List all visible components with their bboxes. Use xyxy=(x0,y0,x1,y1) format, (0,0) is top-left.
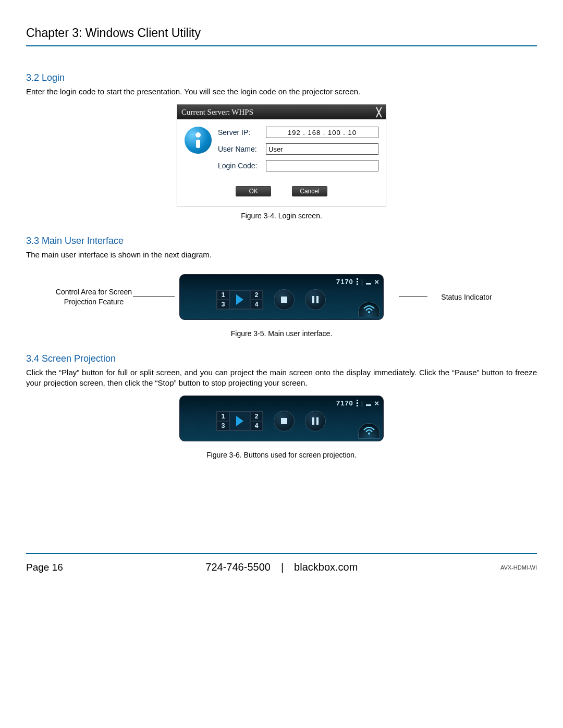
login-dialog-title: Current Server: WHPS xyxy=(181,108,253,117)
status-area: 7170 | × xyxy=(336,399,379,408)
close-icon[interactable]: × xyxy=(374,399,379,408)
svg-point-0 xyxy=(368,311,370,313)
figure-caption-projection: Figure 3-6. Buttons used for screen proj… xyxy=(26,451,537,459)
quadrant-control[interactable]: 1 2 3 4 xyxy=(216,290,263,310)
leader-line-left xyxy=(133,297,175,297)
main-ui-figure: Control Area for Screen Projection Featu… xyxy=(26,274,537,320)
login-code-label: Login Code: xyxy=(218,162,266,170)
section-text-main-ui: The main user interface is shown in the … xyxy=(26,250,537,260)
stop-button[interactable] xyxy=(274,411,295,431)
login-code-input[interactable] xyxy=(266,160,378,171)
page-number: Page 16 xyxy=(26,562,63,573)
page-footer: Page 16 724-746-5500 | blackbox.com AVX-… xyxy=(26,553,537,573)
footer-contact: 724-746-5500 | blackbox.com xyxy=(63,561,500,573)
projection-figure: 7170 | × 1 2 3 4 xyxy=(26,396,537,441)
status-indicator xyxy=(358,302,380,317)
server-ip-label: Server IP: xyxy=(218,128,266,137)
quadrant-1[interactable]: 1 xyxy=(217,290,229,300)
callout-status-indicator: Status Indicator xyxy=(427,293,506,301)
quadrant-2[interactable]: 2 xyxy=(250,290,263,300)
section-text-login: Enter the login code to start the presen… xyxy=(26,87,537,97)
pause-icon xyxy=(312,296,319,303)
leader-line-right xyxy=(399,297,427,297)
minimize-icon[interactable] xyxy=(366,404,371,406)
quadrant-1[interactable]: 1 xyxy=(217,412,229,421)
quadrant-4[interactable]: 4 xyxy=(250,421,263,430)
pause-button[interactable] xyxy=(305,289,326,310)
section-heading-login: 3.2 Login xyxy=(26,72,537,83)
svg-point-1 xyxy=(368,433,370,435)
status-number: 7170 xyxy=(336,278,353,286)
menu-icon[interactable] xyxy=(357,400,358,406)
status-area: 7170 | × xyxy=(336,277,379,286)
server-ip-input[interactable] xyxy=(266,127,378,138)
user-name-input[interactable] xyxy=(266,143,378,155)
menu-icon[interactable] xyxy=(357,278,358,285)
play-button[interactable] xyxy=(229,412,250,430)
stop-icon xyxy=(281,418,287,424)
separator: | xyxy=(361,278,363,286)
pause-button[interactable] xyxy=(305,411,326,431)
separator: | xyxy=(361,399,363,407)
quadrant-2[interactable]: 2 xyxy=(250,412,263,421)
play-button[interactable] xyxy=(229,290,250,309)
section-text-projection: Click the “Play” button for full or spli… xyxy=(26,367,537,389)
status-indicator xyxy=(358,423,380,439)
figure-caption-main-ui: Figure 3-5. Main user interface. xyxy=(26,329,537,338)
stop-icon xyxy=(281,297,287,303)
quadrant-3[interactable]: 3 xyxy=(217,300,229,309)
footer-model: AVX-HDMI-WI xyxy=(500,564,537,571)
login-dialog: Current Server: WHPS ╳ Server IP: User N… xyxy=(177,104,386,206)
figure-caption-login: Figure 3-4. Login screen. xyxy=(26,212,537,220)
close-icon[interactable]: ╳ xyxy=(376,107,382,117)
cancel-button[interactable]: Cancel xyxy=(292,186,327,196)
quadrant-3[interactable]: 3 xyxy=(217,421,229,430)
wifi-icon xyxy=(363,305,375,314)
wifi-icon xyxy=(363,427,375,435)
status-number: 7170 xyxy=(336,399,353,407)
pause-icon xyxy=(312,417,319,425)
callout-control-area: Control Area for Screen Projection Featu… xyxy=(55,287,133,307)
info-icon xyxy=(185,127,212,154)
user-name-label: User Name: xyxy=(218,145,266,153)
stop-button[interactable] xyxy=(274,289,295,310)
section-heading-projection: 3.4 Screen Projection xyxy=(26,353,537,364)
control-bar: 7170 | × 1 2 3 4 xyxy=(179,396,384,441)
control-bar: 7170 | × 1 2 3 4 xyxy=(179,274,384,320)
minimize-icon[interactable] xyxy=(366,283,371,285)
section-heading-main-ui: 3.3 Main User Interface xyxy=(26,236,537,246)
ok-button[interactable]: OK xyxy=(236,186,271,196)
login-dialog-titlebar: Current Server: WHPS ╳ xyxy=(177,105,386,119)
chapter-title: Chapter 3: Windows Client Utility xyxy=(26,26,537,46)
quadrant-4[interactable]: 4 xyxy=(250,300,263,309)
close-icon[interactable]: × xyxy=(374,277,379,286)
quadrant-control[interactable]: 1 2 3 4 xyxy=(216,411,263,431)
